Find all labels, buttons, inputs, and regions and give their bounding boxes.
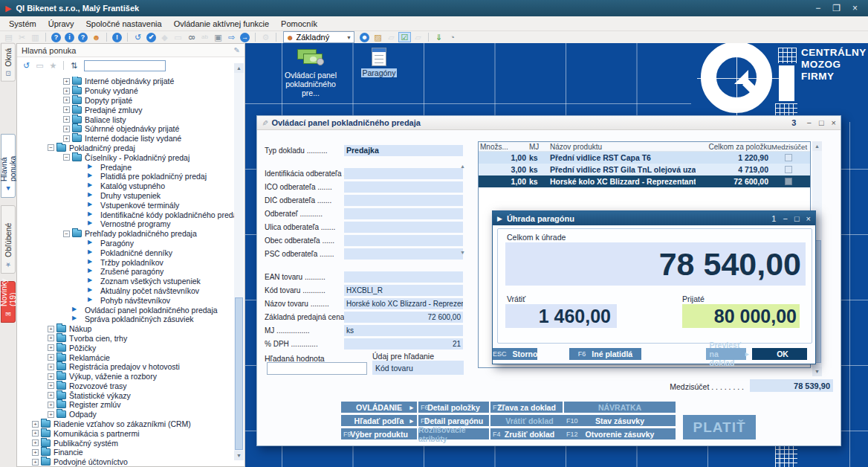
help-assistant-icon[interactable]: ☻ xyxy=(90,32,103,42)
expand-toggle-icon[interactable] xyxy=(48,326,54,332)
search-by-value[interactable]: Kód tovaru xyxy=(372,361,464,375)
tree-item[interactable]: Publikačný systém xyxy=(17,438,236,448)
column-header-subtotal[interactable]: Medzisúčet xyxy=(771,143,806,151)
expand-toggle-icon[interactable] xyxy=(48,373,54,380)
column-header-unit[interactable]: MJ xyxy=(529,143,550,151)
ovladanie-button[interactable]: OVLÁDANIE xyxy=(341,402,417,413)
pos-dialog-titlebar[interactable]: ✎ Ovládací panel pokladničného predaja 3… xyxy=(257,116,841,130)
menu-item[interactable]: Systém xyxy=(3,18,42,30)
form-field-value[interactable] xyxy=(344,271,463,283)
expand-toggle-icon[interactable] xyxy=(48,392,54,399)
tree-item[interactable]: Podvojné účtovníctvo xyxy=(17,457,236,467)
tree-item[interactable]: Prehľady pokladničného predaja xyxy=(17,229,236,239)
tree-item[interactable]: Číselníky - Pokladničný predaj xyxy=(17,152,236,162)
column-header-qty[interactable]: Množs... xyxy=(479,143,529,151)
form-field-value[interactable] xyxy=(344,168,463,179)
tree-item[interactable]: Správa pokladničných zásuviek xyxy=(17,315,236,324)
tree-item[interactable]: Identifikačné kódy pokladničného predaja xyxy=(17,210,236,219)
expand-toggle-icon[interactable] xyxy=(32,439,39,446)
table-row[interactable]: 1,00 ks Horské kolo XC Blizzard - Reprez… xyxy=(479,175,810,187)
collapse-icon[interactable]: ▭ xyxy=(33,60,46,71)
help-context-icon[interactable]: i xyxy=(65,33,74,42)
search-value-input[interactable] xyxy=(267,362,367,375)
expand-toggle-icon[interactable] xyxy=(63,154,70,161)
tree-item[interactable]: Riadenie vzťahov so zákazníkmi (CRM) xyxy=(17,419,236,429)
send-icon[interactable]: ⇨ xyxy=(225,32,238,42)
expand-toggle-icon[interactable] xyxy=(48,364,54,370)
tree-scrollbar[interactable]: ▲ ▼ xyxy=(234,63,244,460)
form-field-value[interactable]: Predajka xyxy=(344,145,463,156)
tree-item[interactable]: Tvorba cien, trhy xyxy=(17,334,236,344)
tree-item[interactable]: Aktuálny počet návštevníkov xyxy=(17,286,236,296)
tree-item[interactable]: Reklamácie xyxy=(17,352,236,362)
tree-item[interactable]: Baliace listy xyxy=(17,115,236,124)
form-field-value[interactable] xyxy=(344,181,463,193)
medzisucet-checkbox[interactable] xyxy=(785,154,792,161)
user-folder-icon[interactable]: ▨ xyxy=(372,32,384,42)
form-field-value[interactable]: ks xyxy=(344,325,463,336)
help-icon[interactable]: ? xyxy=(51,33,61,42)
expand-toggle-icon[interactable] xyxy=(63,116,70,123)
expand-toggle-icon[interactable] xyxy=(32,449,39,456)
form-field-value[interactable] xyxy=(344,195,463,206)
table-row[interactable]: 3,00 ks Přední vidlice RST Gila TnL olej… xyxy=(479,164,810,175)
medzisucet-checkbox[interactable] xyxy=(785,166,792,173)
dialog-minimize-button[interactable]: − xyxy=(806,118,811,127)
expand-toggle-icon[interactable] xyxy=(63,106,70,113)
tree-item[interactable]: Zrušené paragóny xyxy=(17,267,236,277)
tree-item[interactable]: Financie xyxy=(17,448,236,457)
tree-item[interactable]: Dopyty prijaté xyxy=(17,96,236,106)
tree-item[interactable]: Výkup, váženie a rozbory xyxy=(17,372,236,381)
expand-toggle-icon[interactable] xyxy=(63,97,70,103)
tree-item[interactable]: Paragóny xyxy=(17,239,236,248)
notifications-icon[interactable]: ! xyxy=(112,33,122,42)
expand-toggle-icon[interactable] xyxy=(48,411,54,418)
stav-zasuvky-button[interactable]: F10 Stav zásuvky xyxy=(564,415,676,426)
expand-toggle-icon[interactable] xyxy=(48,144,54,151)
tree-item[interactable]: Pokladničný predaj xyxy=(17,144,236,153)
view-settings-icon[interactable]: ☑ xyxy=(398,32,411,42)
expand-toggle-icon[interactable] xyxy=(32,459,39,466)
tree-item[interactable]: Pôžičky xyxy=(17,343,236,352)
expand-toggle-icon[interactable] xyxy=(63,135,70,142)
tree-item[interactable]: Platidlá pre pokladničný predaj xyxy=(17,172,236,181)
form-field-value[interactable] xyxy=(344,208,463,219)
expand-toggle-icon[interactable] xyxy=(32,430,39,437)
find-icon[interactable]: 8 xyxy=(185,32,198,42)
print-icon[interactable]: ▣ xyxy=(212,32,224,42)
tree-item[interactable]: Ovládací panel pokladničného predaja xyxy=(17,305,236,315)
tree-item[interactable]: Druhy vstupeniek xyxy=(17,191,236,201)
medzisucet-checkbox[interactable] xyxy=(785,178,792,185)
desktop-icon-ovladaci-panel[interactable]: Ovládací panel pokladničného pre... xyxy=(276,48,345,97)
tree-item[interactable]: Katalóg vstupného xyxy=(17,181,236,191)
form-field-value[interactable]: 21 xyxy=(344,338,463,350)
zlava-za-doklad-button[interactable]: F7 Zľava za doklad xyxy=(490,402,563,413)
tree-item[interactable]: Predajné zmluvy xyxy=(17,105,236,115)
tab-novinky[interactable]: ✉ Novinky (19) xyxy=(1,281,16,323)
sort-az-icon[interactable]: ⇅ xyxy=(68,60,80,71)
scroll-down-icon[interactable]: ▼ xyxy=(234,451,244,460)
desktop-icon-paragony[interactable]: Paragóny xyxy=(355,48,403,77)
help-whats-this-icon[interactable]: ? xyxy=(78,33,88,42)
form-field-value[interactable]: HXCBLI_R xyxy=(344,285,463,296)
form-field-value[interactable]: 72 600,00 xyxy=(344,312,463,323)
dialog-close-button[interactable]: × xyxy=(832,118,836,127)
tree-item[interactable]: Vernostné programy xyxy=(17,219,236,229)
ok-button[interactable]: OK xyxy=(752,348,807,360)
dialog-maximize-button[interactable]: □ xyxy=(794,214,800,223)
scroll-up-icon[interactable]: ▲ xyxy=(812,141,822,151)
detail-polozky-button[interactable]: F6 Detail položky xyxy=(418,402,489,413)
user-account-icon[interactable]: ☻ xyxy=(360,33,369,42)
tree-item[interactable]: Interné dodacie listy vydané xyxy=(17,134,236,144)
expand-toggle-icon[interactable] xyxy=(48,382,54,389)
go-icon[interactable]: → xyxy=(240,33,250,42)
profile-dropdown[interactable]: ☻ Základný ▼ xyxy=(283,31,354,43)
data-import-icon[interactable]: ⇓ xyxy=(433,32,445,42)
table-row[interactable]: 1,00 ks Přední vidlice RST Capa T6 1 220… xyxy=(479,152,810,164)
expand-toggle-icon[interactable] xyxy=(48,402,54,408)
expand-toggle-icon[interactable] xyxy=(48,354,54,361)
refresh-icon[interactable]: ↺ xyxy=(20,60,33,71)
expand-toggle-icon[interactable] xyxy=(48,335,54,341)
menu-item[interactable]: Úpravy xyxy=(42,18,80,30)
storno-button[interactable]: ESC Storno xyxy=(493,348,537,360)
